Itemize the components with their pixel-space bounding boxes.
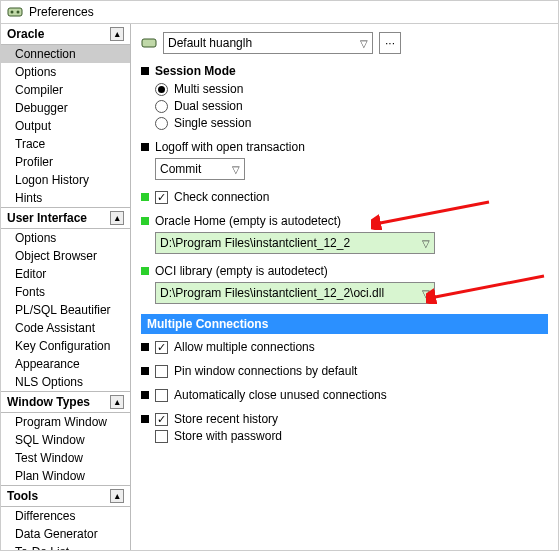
allow-multiple-checkbox[interactable] [155,341,168,354]
sidebar-item-output[interactable]: Output [1,117,130,135]
logoff-label: Logoff with open transaction [155,140,548,154]
oracle-home-label: Oracle Home (empty is autodetect) [155,214,548,228]
sidebar-item-appearance[interactable]: Appearance [1,355,130,373]
category-title: Window Types [7,395,90,409]
marker-icon [141,415,149,423]
session-mode-radio[interactable] [155,83,168,96]
app-icon [7,4,23,20]
sidebar-item-differences[interactable]: Differences [1,507,130,525]
marker-icon [141,367,149,375]
autoclose-label: Automatically close unused connections [174,388,387,402]
chevron-down-icon: ▽ [360,38,368,49]
marker-icon [141,391,149,399]
store-password-checkbox[interactable] [155,430,168,443]
svg-rect-3 [142,39,156,47]
sidebar-item-data-generator[interactable]: Data Generator [1,525,130,543]
chevron-down-icon: ▽ [422,288,430,299]
check-connection-label: Check connection [174,190,269,204]
session-mode-option-label: Single session [174,116,251,130]
arrow-annotation [426,274,546,304]
oci-library-select[interactable]: D:\Program Files\instantclient_12_2\oci.… [155,282,435,304]
chevron-down-icon: ▽ [232,164,240,175]
window-title: Preferences [29,5,94,19]
svg-line-5 [430,276,544,298]
sidebar-item-pl/sql-beautifier[interactable]: PL/SQL Beautifier [1,301,130,319]
sidebar-item-profiler[interactable]: Profiler [1,153,130,171]
collapse-icon[interactable]: ▴ [110,489,124,503]
sidebar-item-compiler[interactable]: Compiler [1,81,130,99]
allow-multiple-label: Allow multiple connections [174,340,315,354]
marker-icon [141,343,149,351]
sidebar-item-hints[interactable]: Hints [1,189,130,207]
collapse-icon[interactable]: ▴ [110,395,124,409]
multiple-connections-header: Multiple Connections [141,314,548,334]
sidebar-item-debugger[interactable]: Debugger [1,99,130,117]
store-password-label: Store with password [174,429,282,443]
session-mode-option-label: Multi session [174,82,243,96]
marker-icon [141,67,149,75]
marker-icon [141,193,149,201]
check-connection-checkbox[interactable] [155,191,168,204]
sidebar-item-editor[interactable]: Editor [1,265,130,283]
sidebar-item-connection[interactable]: Connection [1,45,130,63]
sidebar-item-logon-history[interactable]: Logon History [1,171,130,189]
sidebar-item-options[interactable]: Options [1,229,130,247]
session-mode-option-label: Dual session [174,99,243,113]
category-title: Oracle [7,27,44,41]
content-pane: Default huanglh ▽ ··· Session Mode Multi… [131,24,558,550]
logoff-select[interactable]: Commit ▽ [155,158,245,180]
category-title: User Interface [7,211,87,225]
sidebar-item-object-browser[interactable]: Object Browser [1,247,130,265]
collapse-icon[interactable]: ▴ [110,211,124,225]
marker-icon [141,267,149,275]
sidebar-item-plan-window[interactable]: Plan Window [1,467,130,485]
oci-library-label: OCI library (empty is autodetect) [155,264,548,278]
logoff-value: Commit [160,162,201,176]
category-tools[interactable]: Tools▴ [1,485,130,507]
session-mode-radio[interactable] [155,117,168,130]
profile-more-button[interactable]: ··· [379,32,401,54]
svg-rect-0 [8,8,22,16]
titlebar: Preferences [1,1,558,24]
marker-icon [141,143,149,151]
profile-value: Default huanglh [168,36,252,50]
sidebar-item-code-assistant[interactable]: Code Assistant [1,319,130,337]
sidebar-item-program-window[interactable]: Program Window [1,413,130,431]
collapse-icon[interactable]: ▴ [110,27,124,41]
oracle-home-select[interactable]: D:\Program Files\instantclient_12_2 ▽ [155,232,435,254]
svg-point-1 [11,11,14,14]
store-recent-checkbox[interactable] [155,413,168,426]
sidebar-item-sql-window[interactable]: SQL Window [1,431,130,449]
profile-select[interactable]: Default huanglh ▽ [163,32,373,54]
sidebar-item-options[interactable]: Options [1,63,130,81]
sidebar-item-test-window[interactable]: Test Window [1,449,130,467]
sidebar-item-fonts[interactable]: Fonts [1,283,130,301]
sidebar: Oracle▴ConnectionOptionsCompilerDebugger… [1,24,131,550]
category-title: Tools [7,489,38,503]
autoclose-checkbox[interactable] [155,389,168,402]
session-mode-label: Session Mode [155,64,548,78]
sidebar-item-nls-options[interactable]: NLS Options [1,373,130,391]
chevron-down-icon: ▽ [422,238,430,249]
marker-icon [141,217,149,225]
category-oracle[interactable]: Oracle▴ [1,24,130,45]
oracle-home-value: D:\Program Files\instantclient_12_2 [160,236,350,250]
category-user-interface[interactable]: User Interface▴ [1,207,130,229]
category-window-types[interactable]: Window Types▴ [1,391,130,413]
store-recent-label: Store recent history [174,412,278,426]
sidebar-item-key-configuration[interactable]: Key Configuration [1,337,130,355]
sidebar-item-to-do-list[interactable]: To-Do List [1,543,130,550]
pin-window-checkbox[interactable] [155,365,168,378]
pin-window-label: Pin window connections by default [174,364,357,378]
svg-point-2 [17,11,20,14]
session-mode-radio[interactable] [155,100,168,113]
oci-library-value: D:\Program Files\instantclient_12_2\oci.… [160,286,384,300]
sidebar-item-trace[interactable]: Trace [1,135,130,153]
profile-icon [141,35,157,51]
